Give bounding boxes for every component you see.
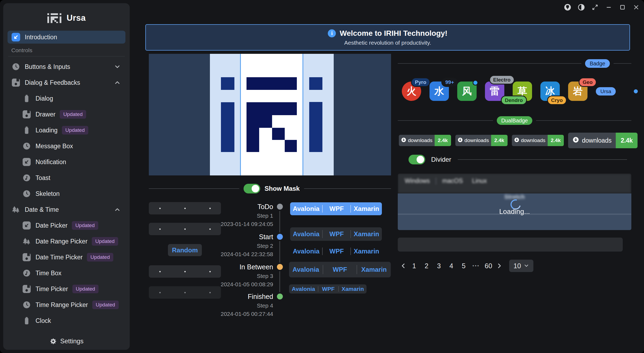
step-time: 2024-01-05 00:27:44: [221, 311, 273, 317]
sidebar-item-toast[interactable]: Toast: [8, 171, 125, 184]
date-input[interactable]: [149, 202, 221, 214]
option-xamarin[interactable]: Xamarin: [351, 248, 382, 255]
section-divider: [8, 56, 125, 57]
option-xamarin[interactable]: Xamarin: [339, 286, 367, 292]
chevron-left-icon[interactable]: [399, 262, 408, 269]
close-icon[interactable]: [632, 3, 641, 12]
minimize-icon[interactable]: [604, 3, 613, 12]
clock-icon: [22, 300, 31, 309]
divider-toggle[interactable]: [409, 155, 425, 164]
downloads-label: downloads: [408, 137, 432, 143]
github-icon[interactable]: [563, 3, 572, 12]
chevron-down-icon: [114, 63, 122, 70]
sidebar-item-dialog[interactable]: Dialog: [8, 92, 125, 105]
clock-icon: [22, 142, 31, 151]
note-icon: [22, 173, 31, 182]
step-finished: FinishedStep 42024-01-05 00:27:44: [221, 292, 273, 317]
badge-geo: Geo: [579, 77, 597, 87]
step-in-between: In BetweenStep 32024-01-05 00:08:29: [221, 263, 273, 288]
banner-title: Welcome to IRIHI Technology!: [340, 29, 447, 38]
sidebar-item-time-picker[interactable]: Time PickerUpdated: [8, 283, 125, 295]
chevron-right-icon[interactable]: [495, 262, 504, 269]
page-ellipsis[interactable]: •••: [470, 263, 482, 269]
badge-tile-: 风: [457, 82, 477, 101]
page-size-dropdown[interactable]: 10: [509, 260, 533, 272]
option-wpf[interactable]: WPF: [323, 230, 350, 238]
step-label: In Between: [221, 263, 273, 271]
theme-toggle-icon[interactable]: [577, 3, 586, 12]
page-60[interactable]: 60: [482, 262, 495, 270]
trees-icon: [22, 237, 31, 246]
sidebar-item-dialog-feedbacks[interactable]: Dialog & Feedbacks: [8, 76, 125, 89]
sidebar-item-drawer[interactable]: DrawerUpdated: [8, 108, 125, 121]
random-button[interactable]: Random: [168, 244, 202, 256]
app-title: Ursa: [67, 13, 86, 23]
page-1[interactable]: 1: [408, 262, 420, 270]
option-wpf[interactable]: WPF: [323, 248, 350, 255]
floppy-icon: [11, 78, 20, 87]
sidebar-item-notification[interactable]: Notification: [8, 156, 125, 168]
sidebar-item-date-time-picker[interactable]: Date Time PickerUpdated: [8, 251, 125, 264]
step-sub: Step 1: [221, 213, 273, 219]
downloads-badge: downloads2.4k: [455, 135, 508, 146]
sidebar-item-label: Clock: [36, 317, 51, 324]
option-wpf[interactable]: WPF: [323, 266, 357, 273]
maximize-icon[interactable]: [618, 3, 627, 12]
framework-group-3: AvaloniaWPFXamarin: [290, 245, 382, 258]
tab-separator: [436, 178, 436, 185]
option-avalonia[interactable]: Avalonia: [289, 286, 318, 292]
date-input[interactable]: [149, 265, 221, 278]
sidebar-item-clock[interactable]: Clock: [8, 314, 125, 327]
arrow-square-icon: [22, 157, 31, 167]
step-time: 2024-01-04 22:32:58: [221, 251, 273, 257]
tab-windows[interactable]: Windows: [402, 176, 432, 186]
step-time: 2024-01-05 00:08:29: [221, 281, 273, 288]
sidebar-item-date-range-picker[interactable]: Date Range PickerUpdated: [8, 235, 125, 248]
tab-macos[interactable]: macOS: [439, 176, 466, 186]
floppy-icon: [22, 284, 31, 294]
option-wpf[interactable]: WPF: [318, 286, 338, 292]
page-3[interactable]: 3: [433, 262, 445, 270]
tab-linux[interactable]: Linux: [469, 176, 490, 186]
badge-tile-: 水99+: [430, 82, 449, 101]
sidebar-item-date-picker[interactable]: Date PickerUpdated: [8, 219, 125, 232]
divider-demo-row: Divider: [409, 155, 627, 164]
date-input[interactable]: [149, 223, 221, 235]
show-mask-toggle[interactable]: [244, 184, 260, 193]
option-xamarin[interactable]: Xamarin: [351, 205, 382, 213]
option-avalonia[interactable]: Avalonia: [289, 266, 323, 273]
sidebar-item-label: Date Picker: [36, 222, 68, 229]
clock-icon: [11, 62, 20, 71]
sidebar-item-message-box[interactable]: Message Box: [8, 140, 125, 153]
option-avalonia[interactable]: Avalonia: [290, 248, 322, 255]
sidebar-item-label: Loading: [36, 127, 58, 134]
pagination: 12345•••6010: [399, 259, 533, 273]
page-5[interactable]: 5: [458, 262, 470, 270]
sidebar-item-label: Notification: [36, 158, 66, 166]
settings-button[interactable]: Settings: [3, 333, 130, 350]
dot-badge: [473, 80, 478, 86]
option-avalonia[interactable]: Avalonia: [290, 230, 322, 238]
page-4[interactable]: 4: [445, 262, 458, 270]
sidebar-item-skeleton[interactable]: Skeleton: [8, 187, 125, 200]
ursa-logo-icon: [47, 13, 61, 23]
empty-input-bar[interactable]: [398, 238, 623, 252]
right-column: Badge 火Pyro水99+风雷Electro草Dendro冰Cryo岩Geo…: [398, 57, 631, 293]
fullscreen-icon[interactable]: [590, 3, 600, 12]
download-icon: [401, 137, 406, 144]
sidebar-item-date-time[interactable]: Date & Time: [8, 203, 125, 216]
option-xamarin[interactable]: Xamarin: [357, 266, 391, 273]
sidebar-item-loading[interactable]: LoadingUpdated: [8, 124, 125, 137]
option-avalonia[interactable]: Avalonia: [290, 205, 322, 213]
sidebar-item-time-range-picker[interactable]: Time Range PickerUpdated: [8, 298, 125, 311]
page-2[interactable]: 2: [420, 262, 433, 270]
sidebar-item-time-box[interactable]: Time Box: [8, 267, 125, 280]
option-wpf[interactable]: WPF: [323, 205, 350, 213]
banner-subtitle: Aesthetic revolution of productivity.: [344, 40, 431, 46]
chevron-up-icon: [114, 206, 122, 213]
sidebar-item-navigation-menus[interactable]: Navigation & Menus: [8, 330, 125, 333]
option-xamarin[interactable]: Xamarin: [351, 230, 382, 238]
floppy-icon: [22, 110, 31, 119]
sidebar-item-buttons-inputs[interactable]: Buttons & Inputs: [8, 60, 125, 73]
sidebar-item-introduction[interactable]: Introduction: [8, 31, 125, 44]
